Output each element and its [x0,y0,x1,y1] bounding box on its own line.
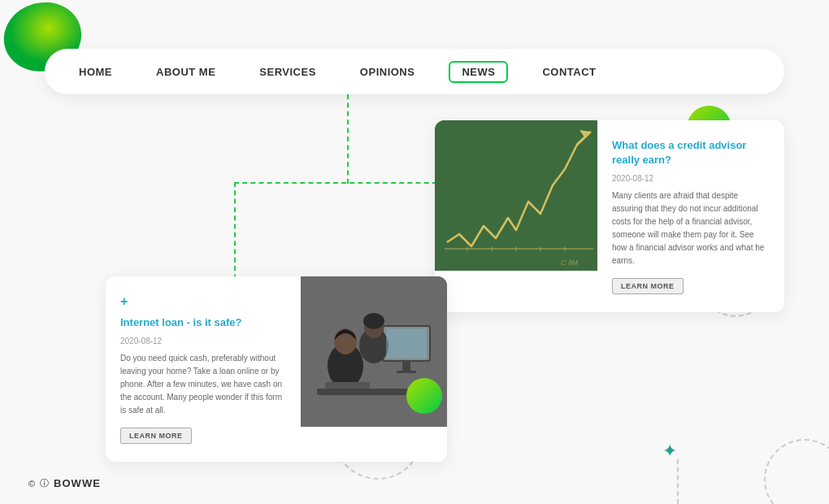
card-internet-loan-title: Internet loan - is it safe? [120,315,286,330]
card-internet-loan-date: 2020-08-12 [120,337,286,345]
svg-point-18 [363,313,384,329]
card-internet-loan-content: + Internet loan - is it safe? 2020-08-12… [106,276,301,462]
nav-item-home[interactable]: HOME [69,61,122,83]
svg-text:C ∂M: C ∂M [561,259,578,267]
footer-info-icon: ⓘ [40,477,49,489]
navbar: HOME ABOUT ME SERVICES OPINIONS NEWS CON… [45,49,784,94]
decorative-star: ✦ [662,441,679,457]
card-credit-advisor-title: What does a credit advisor really earn? [612,138,770,167]
decorative-dashed-bar [677,459,679,504]
footer: © ⓘ BOWWE [28,477,101,489]
card-internet-loan: + Internet loan - is it safe? 2020-08-12… [106,276,447,462]
nav-item-opinions[interactable]: OPINIONS [350,61,425,83]
connector-line-horizontal [234,182,445,184]
card-credit-advisor: C ∂M What does a credit advisor really e… [435,120,784,312]
svg-rect-23 [325,382,370,389]
svg-rect-22 [386,328,427,358]
card-credit-advisor-date: 2020-08-12 [612,174,770,183]
card-plus-icon: + [120,294,286,309]
nav-item-services[interactable]: SERVICES [250,61,326,83]
connector-line-vertical [347,94,349,184]
card-credit-advisor-image: C ∂M [435,120,597,271]
card-internet-loan-text: Do you need quick cash, preferably witho… [120,352,286,417]
decorative-dashed-circle-bottom-right [764,439,829,504]
footer-brand: BOWWE [54,477,101,489]
decorative-green-circle-mid [406,378,442,414]
card-internet-loan-learn-more[interactable]: LEARN MORE [120,428,192,444]
nav-item-about[interactable]: ABOUT ME [146,61,225,83]
svg-rect-14 [402,362,410,371]
nav-item-contact[interactable]: CONTACT [532,61,605,83]
footer-copyright: © [28,479,35,489]
nav-item-news[interactable]: NEWS [449,61,508,83]
svg-rect-15 [397,371,416,373]
card-credit-advisor-learn-more[interactable]: LEARN MORE [612,278,684,294]
card-credit-advisor-content: What does a credit advisor really earn? … [597,120,784,312]
card-credit-advisor-text: Many clients are afraid that despite ass… [612,189,770,267]
